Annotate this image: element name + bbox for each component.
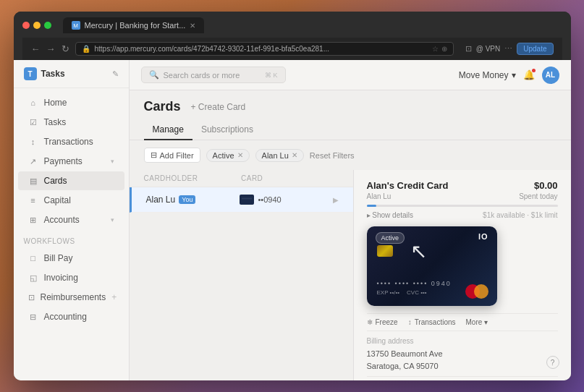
extensions-icon[interactable]: ⊡ xyxy=(465,44,472,54)
workflows-section-label: Workflows xyxy=(14,230,129,248)
sidebar-compose-icon[interactable]: ✎ xyxy=(112,69,119,79)
browser-actions: ⊡ @ VPN ⋯ Update xyxy=(465,43,554,55)
chevron-down-icon: ▾ xyxy=(111,216,114,223)
page-title-bar: Cards + Create Card xyxy=(130,90,571,114)
card-name: Alan's Credit Card xyxy=(367,180,449,191)
active-filter-tag[interactable]: Active ✕ xyxy=(206,149,250,162)
sidebar-item-label: Accounts xyxy=(44,215,80,225)
sidebar-item-invoicing[interactable]: ◱ Invoicing xyxy=(18,268,124,287)
home-icon: ⌂ xyxy=(28,98,38,107)
sidebar-item-tasks[interactable]: ☑ Tasks xyxy=(18,113,124,132)
more-label: More xyxy=(466,318,483,326)
back-button[interactable]: ← xyxy=(31,43,41,54)
accounting-icon: ⊟ xyxy=(28,312,38,322)
transactions-label: Transactions xyxy=(415,318,456,326)
add-filter-button[interactable]: ⊟ Add Filter xyxy=(144,148,200,163)
cardholder-sub: Alan Lu xyxy=(367,192,392,200)
update-button[interactable]: Update xyxy=(517,43,553,55)
tab-favicon: M xyxy=(72,21,80,30)
sidebar-item-reimbursements[interactable]: ⊡ Reimbursements + xyxy=(18,288,124,307)
user-avatar[interactable]: AL xyxy=(542,67,559,84)
daily-limit-row: Daily spend limit ✏ $1,000.00 xyxy=(367,376,558,380)
tab-close-icon[interactable]: ✕ xyxy=(190,22,195,30)
payments-icon: ↗ xyxy=(28,157,38,166)
tab-subscriptions[interactable]: Subscriptions xyxy=(192,120,262,140)
mastercard-yellow-circle xyxy=(474,284,488,299)
sidebar-item-accounting[interactable]: ⊟ Accounting xyxy=(18,307,124,326)
card-cvc: CVC ••• xyxy=(407,289,427,296)
transactions-icon: ↕ xyxy=(408,318,412,326)
company-name: Tasks xyxy=(41,69,65,79)
forward-button[interactable]: → xyxy=(46,43,56,54)
card-list-item[interactable]: Alan Lu You ••0940 ▶ xyxy=(130,187,353,213)
logo-avatar: T xyxy=(24,67,37,80)
sidebar-item-transactions[interactable]: ↕ Transactions xyxy=(18,132,124,151)
cardholder-name: Alan Lu You xyxy=(146,195,240,205)
card-last-four: ••0940 xyxy=(258,195,282,204)
notification-dot xyxy=(532,69,536,72)
browser-window: M Mercury | Banking for Start... ✕ ← → ↻… xyxy=(14,12,571,380)
tab-bar: M Mercury | Banking for Start... ✕ xyxy=(63,17,205,33)
capital-icon: ≡ xyxy=(28,196,38,205)
cardholder-info: Alan Lu You xyxy=(146,195,240,205)
page-title: Cards xyxy=(144,99,181,114)
freeze-label: Freeze xyxy=(376,318,398,326)
sidebar-item-capital[interactable]: ≡ Capital xyxy=(18,191,124,210)
create-card-label: + Create Card xyxy=(191,102,246,112)
show-details-button[interactable]: ▸ Show details xyxy=(367,211,413,219)
fullscreen-traffic-light[interactable] xyxy=(44,22,51,29)
sidebar-item-accounts[interactable]: ⊞ Accounts ▾ xyxy=(18,210,124,229)
more-button[interactable]: More ▾ xyxy=(466,318,488,326)
refresh-button[interactable]: ↻ xyxy=(62,43,69,54)
sidebar-item-payments[interactable]: ↗ Payments ▾ xyxy=(18,152,124,171)
sidebar-item-label: Cards xyxy=(44,176,67,186)
billing-title: Billing address xyxy=(367,337,558,345)
minimize-traffic-light[interactable] xyxy=(33,22,41,29)
sidebar-header: T Tasks ✎ xyxy=(14,60,129,88)
sidebar-item-home[interactable]: ⌂ Home xyxy=(18,93,124,112)
cards-icon: ▤ xyxy=(28,176,38,186)
chevron-down-icon: ▾ xyxy=(484,318,488,326)
card-brand-text: IO xyxy=(478,232,488,241)
remove-alan-filter-icon[interactable]: ✕ xyxy=(292,151,297,159)
alan-filter-tag[interactable]: Alan Lu ✕ xyxy=(255,149,304,162)
sidebar-item-label: Tasks xyxy=(44,117,67,127)
remove-active-filter-icon[interactable]: ✕ xyxy=(237,151,243,159)
search-shortcut: ⌘ K xyxy=(265,72,278,79)
extension-icon[interactable]: ⊕ xyxy=(441,45,447,53)
close-traffic-light[interactable] xyxy=(22,22,30,29)
tab-manage[interactable]: Manage xyxy=(144,120,192,140)
invoicing-icon: ◱ xyxy=(28,273,38,283)
bill-pay-icon: □ xyxy=(28,254,38,263)
card-detail-header: Alan's Credit Card $0.00 xyxy=(367,180,558,191)
billing-line1: 13750 Beaumont Ave xyxy=(367,348,558,360)
tab-title: Mercury | Banking for Start... xyxy=(85,21,186,30)
browser-tab[interactable]: M Mercury | Banking for Start... ✕ xyxy=(63,17,205,33)
transactions-button[interactable]: ↕ Transactions xyxy=(408,318,456,326)
address-bar[interactable]: 🔒 https://app.mercury.com/cards/472b4742… xyxy=(75,42,454,56)
sidebar-item-label: Bill Pay xyxy=(44,253,73,263)
card-thumbnail-icon xyxy=(240,195,254,205)
billing-section: Billing address 13750 Beaumont Ave Sarat… xyxy=(367,337,558,372)
sidebar-item-label: Invoicing xyxy=(44,273,78,283)
svg-rect-1 xyxy=(242,198,252,200)
help-button[interactable]: ? xyxy=(546,356,559,369)
move-money-button[interactable]: Move Money ▾ xyxy=(459,70,516,80)
card-column-header: Card xyxy=(241,174,339,182)
spend-bar-fill xyxy=(367,205,376,207)
sidebar-item-bill-pay[interactable]: □ Bill Pay xyxy=(18,249,124,268)
cardholder-column-header: Cardholder xyxy=(144,174,242,182)
bookmark-icon[interactable]: ☆ xyxy=(432,45,439,53)
notifications-button[interactable]: 🔔 xyxy=(523,69,535,80)
sidebar-nav: ⌂ Home ☑ Tasks ↕ Transactions ↗ Payments… xyxy=(14,88,129,380)
create-card-button[interactable]: + Create Card xyxy=(191,102,246,112)
sidebar-item-cards[interactable]: ▤ Cards xyxy=(18,171,124,190)
search-box[interactable]: 🔍 Search cards or more ⌘ K xyxy=(141,67,286,83)
reset-filters-button[interactable]: Reset Filters xyxy=(310,151,355,160)
add-filter-label: Add Filter xyxy=(160,151,194,160)
menu-icon[interactable]: ⋯ xyxy=(504,44,512,54)
main-content: 🔍 Search cards or more ⌘ K Move Money ▾ … xyxy=(130,60,571,380)
sidebar-item-label: Capital xyxy=(44,195,71,205)
freeze-button[interactable]: ❄ Freeze xyxy=(367,318,398,326)
header-actions: Move Money ▾ 🔔 AL xyxy=(459,67,559,84)
